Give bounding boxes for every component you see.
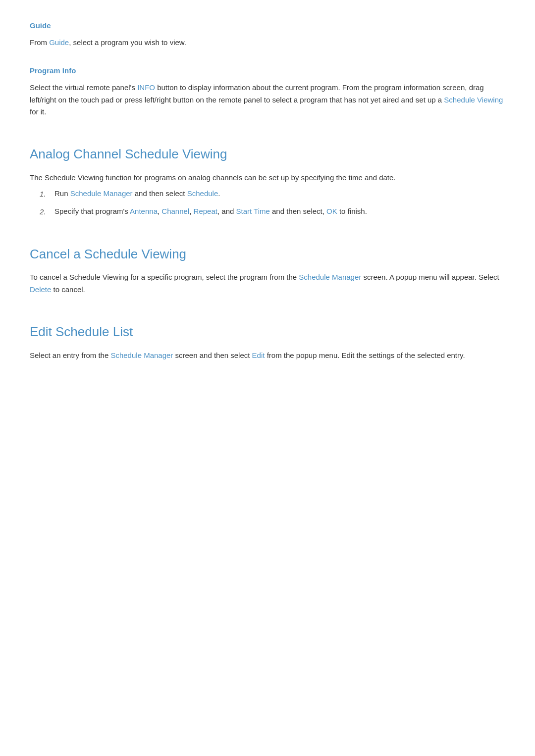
schedule-manager-link-1[interactable]: Schedule Manager <box>70 189 133 198</box>
guide-section: Guide From Guide, select a program you w… <box>30 20 505 49</box>
schedule-link-1[interactable]: Schedule <box>187 189 218 198</box>
guide-body-prefix: From <box>30 38 49 47</box>
analog-section: Analog Channel Schedule Viewing The Sche… <box>30 134 505 218</box>
program-info-prefix: Select the virtual remote panel's <box>30 83 137 92</box>
step-2-text: Specify that program's Antenna, Channel,… <box>54 205 367 218</box>
guide-link[interactable]: Guide <box>49 38 69 47</box>
cancel-suffix: to cancel. <box>51 285 85 294</box>
cancel-middle: screen. A popup menu will appear. Select <box>361 273 499 281</box>
analog-step-2: 2. Specify that program's Antenna, Chann… <box>40 205 505 218</box>
schedule-viewing-link[interactable]: Schedule Viewing <box>444 96 503 104</box>
guide-body-suffix: , select a program you wish to view. <box>69 38 186 47</box>
edit-suffix: from the popup menu. Edit the settings o… <box>265 351 465 359</box>
cancel-prefix: To cancel a Schedule Viewing for a speci… <box>30 273 299 281</box>
cancel-body: To cancel a Schedule Viewing for a speci… <box>30 271 505 296</box>
step-1-prefix: Run <box>54 189 70 198</box>
step-1-num: 1. <box>40 188 49 201</box>
cancel-title: Cancel a Schedule Viewing <box>30 239 505 265</box>
program-info-section: Program Info Select the virtual remote p… <box>30 65 505 118</box>
program-info-title: Program Info <box>30 65 505 77</box>
guide-title: Guide <box>30 20 505 32</box>
analog-body: The Schedule Viewing function for progra… <box>30 172 505 184</box>
delete-link[interactable]: Delete <box>30 285 51 294</box>
analog-title: Analog Channel Schedule Viewing <box>30 139 505 165</box>
edit-section: Edit Schedule List Select an entry from … <box>30 312 505 361</box>
start-time-link[interactable]: Start Time <box>236 207 269 215</box>
analog-step-1: 1. Run Schedule Manager and then select … <box>40 188 505 201</box>
edit-middle: screen and then select <box>173 351 252 359</box>
edit-link[interactable]: Edit <box>252 351 265 359</box>
channel-link[interactable]: Channel <box>161 207 189 215</box>
step-1-middle: and then select <box>133 189 187 198</box>
program-info-suffix: for it. <box>30 107 46 116</box>
edit-body: Select an entry from the Schedule Manage… <box>30 350 505 362</box>
antenna-link[interactable]: Antenna <box>130 207 158 215</box>
info-link[interactable]: INFO <box>137 83 155 92</box>
guide-body: From Guide, select a program you wish to… <box>30 37 505 49</box>
step-1-suffix: . <box>218 189 220 198</box>
edit-prefix: Select an entry from the <box>30 351 110 359</box>
analog-steps-list: 1. Run Schedule Manager and then select … <box>40 188 505 218</box>
cancel-section: Cancel a Schedule Viewing To cancel a Sc… <box>30 234 505 296</box>
repeat-link[interactable]: Repeat <box>194 207 217 215</box>
edit-title: Edit Schedule List <box>30 317 505 343</box>
schedule-manager-link-2[interactable]: Schedule Manager <box>299 273 361 281</box>
ok-link[interactable]: OK <box>326 207 337 215</box>
step-2-prefix: Specify that program's <box>54 207 130 215</box>
schedule-manager-link-3[interactable]: Schedule Manager <box>110 351 173 359</box>
step-1-text: Run Schedule Manager and then select Sch… <box>54 188 220 201</box>
step-2-num: 2. <box>40 205 49 218</box>
program-info-body: Select the virtual remote panel's INFO b… <box>30 82 505 118</box>
